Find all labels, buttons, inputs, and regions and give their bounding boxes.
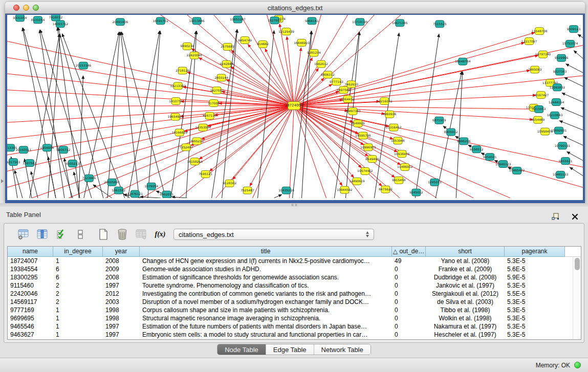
graph-edge[interactable] [294, 15, 375, 106]
function-builder-icon[interactable]: f(x) [154, 228, 166, 240]
table-mode-icon[interactable] [17, 228, 30, 240]
table-cell: 5.3E-5 [505, 281, 565, 290]
graph-edge[interactable] [148, 31, 160, 198]
column-header-title[interactable]: title [140, 247, 392, 257]
graph-edge[interactable] [142, 106, 294, 198]
graph-edge[interactable] [181, 106, 294, 117]
graph-edge[interactable] [566, 64, 583, 73]
graph-edge[interactable] [48, 34, 60, 198]
table-row[interactable]: 977716911998Corpus callosum shape and si… [8, 306, 573, 314]
table-row[interactable]: 1938455462009Genome-wide association stu… [8, 265, 573, 273]
graph-edge[interactable] [294, 15, 321, 106]
show-columns-icon[interactable] [36, 228, 49, 240]
graph-edge[interactable] [58, 27, 103, 198]
table-row[interactable]: 946554611997Estimation of the future num… [8, 322, 573, 331]
table-row[interactable]: 1872400712008Changes of HCN gene express… [8, 257, 573, 265]
close-panel-icon[interactable] [569, 210, 581, 223]
row-checks-icon[interactable] [55, 228, 68, 240]
minimize-window-button[interactable] [23, 5, 29, 11]
column-header-year[interactable]: year [103, 247, 140, 257]
table-row[interactable]: 2242004622012Investigating the contribut… [8, 290, 573, 298]
graph-edge[interactable] [294, 106, 342, 186]
graph-node-label: 10465422 [509, 168, 525, 172]
graph-edge[interactable] [456, 72, 462, 198]
tab-network-table[interactable]: Network Table [314, 344, 371, 355]
column-header-short[interactable]: short [426, 247, 505, 257]
tab-node-table[interactable]: Node Table [217, 344, 266, 355]
graph-node-label: 12353594 [195, 125, 211, 129]
table-cell: 1 [53, 322, 103, 331]
table-row[interactable]: 911546021997Tourette syndrome. Phenomeno… [8, 281, 573, 290]
graph-node-label: 10574462 [357, 169, 373, 172]
graph-node-label: 317008 [208, 101, 220, 105]
column-pair-icon[interactable] [74, 228, 86, 240]
graph-edge[interactable] [250, 106, 294, 186]
graph-edge[interactable] [7, 106, 294, 106]
west-panel-collapse-strip[interactable] [0, 0, 5, 203]
graph-node-label: 10167427 [533, 93, 549, 97]
network-canvas[interactable]: 9890234224200462718126122133831810755196… [7, 15, 583, 200]
table-cell: 1998 [103, 306, 140, 314]
column-header-outde[interactable]: △ out_de… [392, 247, 426, 257]
graph-edge[interactable] [7, 41, 294, 106]
graph-edge[interactable] [15, 170, 23, 198]
graph-edge[interactable] [578, 34, 583, 37]
graph-edge[interactable] [294, 33, 535, 106]
graph-edge[interactable] [69, 106, 294, 198]
table-row[interactable]: 946362711997Embryonic stem cells: a mode… [8, 331, 573, 339]
graph-node-label: 19654925 [167, 115, 183, 118]
table-panel-header: Table Panel [0, 207, 588, 222]
graph-node-label: 10497343 [345, 109, 361, 113]
table-cell: Wolkin et al. (1998) [426, 314, 505, 322]
graph-edge[interactable] [128, 31, 160, 198]
table-cell: 2 [53, 281, 103, 290]
close-window-button[interactable] [13, 5, 19, 11]
table-row[interactable]: 969969511998Structural magnetic resonanc… [8, 314, 573, 322]
table-cell: Dudbridge et al. (2008) [426, 273, 505, 281]
window-controls [13, 5, 39, 11]
graph-edge[interactable] [39, 30, 64, 198]
graph-edge[interactable] [105, 106, 294, 198]
splitter-handle-icon[interactable] [292, 204, 297, 206]
graph-edge[interactable] [187, 15, 294, 106]
graph-edge[interactable] [293, 31, 312, 198]
graph-edge[interactable] [274, 194, 282, 198]
delete-table-icon[interactable] [116, 228, 128, 240]
panel-splitter[interactable] [0, 203, 588, 207]
window-titlebar[interactable]: citations_edges.txt [5, 2, 585, 14]
scrollbar-thumb[interactable] [575, 258, 580, 270]
table-row[interactable]: 1456911722003Disruption of a novel membe… [8, 298, 573, 306]
vertical-scrollbar[interactable] [573, 257, 581, 339]
graph-edge[interactable] [294, 106, 534, 110]
graph-edge[interactable] [415, 34, 439, 198]
column-header-pagerank[interactable]: pagerank [505, 247, 565, 257]
graph-node-label: 7252487 [179, 145, 193, 149]
graph-edge[interactable] [562, 93, 583, 102]
tab-edge-table[interactable]: Edge Table [266, 344, 314, 355]
float-panel-icon[interactable] [549, 210, 561, 223]
graph-edge[interactable] [570, 167, 583, 176]
graph-edge[interactable] [294, 106, 437, 198]
table-selector-dropdown[interactable]: citations_edges.txt [173, 229, 374, 240]
graph-edge[interactable] [231, 50, 294, 105]
graph-node-label: 2675685 [221, 45, 234, 48]
table-row[interactable]: 1830029562008Estimation of significance … [8, 273, 573, 281]
table-cell: 6 [53, 265, 103, 273]
graph-edge[interactable] [248, 45, 294, 106]
table-cell: Franke et al. (2009) [426, 265, 505, 273]
graph-edge[interactable] [7, 106, 294, 123]
table-cell: 5.3E-5 [505, 322, 565, 331]
column-header-indegree[interactable]: in_degree [53, 247, 103, 257]
graph-edge[interactable] [564, 77, 583, 86]
graph-edge[interactable] [30, 34, 59, 198]
zoom-window-button[interactable] [33, 5, 39, 11]
table-cell: 5.3E-5 [505, 314, 565, 322]
table-cell: Estimation of significance thresholds fo… [140, 273, 392, 281]
new-table-icon[interactable] [97, 228, 110, 240]
column-header-name[interactable]: name [8, 247, 53, 257]
network-view-window[interactable]: citations_edges.txt 98902342242004627181… [5, 2, 585, 203]
graph-edge[interactable] [561, 107, 583, 117]
network-graph[interactable]: 9890234224200462718126122133831810755196… [7, 15, 583, 198]
graph-edge[interactable] [290, 106, 294, 198]
graph-edge[interactable] [574, 51, 583, 58]
